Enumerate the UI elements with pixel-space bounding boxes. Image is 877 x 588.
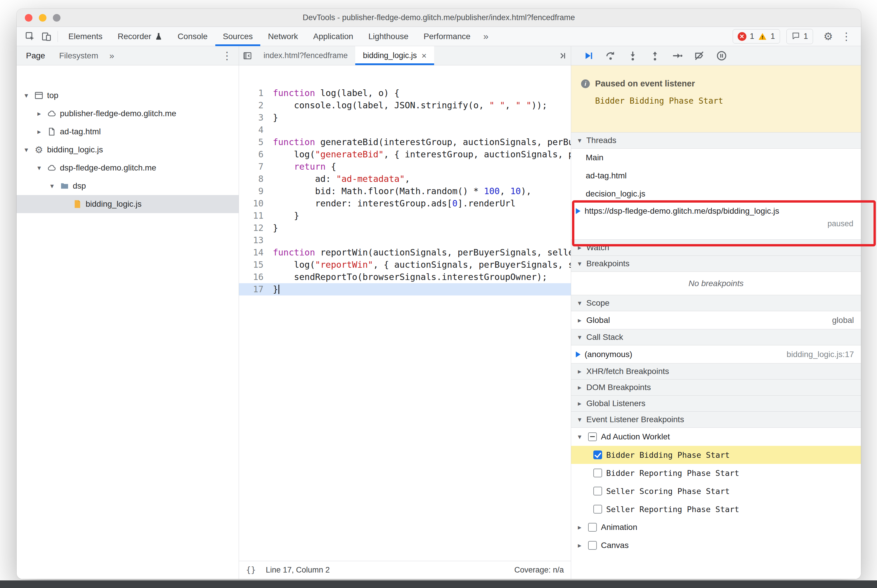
chevron-down-icon[interactable]: ▾: [48, 182, 56, 190]
line-number[interactable]: 13: [239, 234, 273, 246]
chevron-right-icon[interactable]: ▸: [35, 110, 44, 118]
chevron-down-icon[interactable]: ▾: [35, 164, 44, 172]
section-threads[interactable]: ▾ Threads: [571, 132, 861, 148]
code-line[interactable]: 10 render: interestGroup.ads[0].renderUr…: [239, 197, 571, 210]
section-call-stack[interactable]: ▾ Call Stack: [571, 329, 861, 345]
thread-item-current[interactable]: https://dsp-fledge-demo.glitch.me/dsp/bi…: [571, 203, 861, 240]
event-breakpoint-seller-scoring-phase-start[interactable]: Seller Scoring Phase Start: [571, 482, 861, 500]
line-number[interactable]: 6: [239, 148, 273, 160]
tab-application[interactable]: Application: [305, 27, 361, 46]
line-number[interactable]: 14: [239, 246, 273, 259]
checkbox-unchecked[interactable]: [588, 541, 597, 550]
step-button[interactable]: [672, 50, 683, 61]
tree-item-dsp[interactable]: ▾dsp: [17, 177, 239, 195]
chevron-right-icon[interactable]: ▸: [575, 541, 584, 549]
pause-on-exceptions-button[interactable]: [716, 50, 727, 61]
more-panels-button[interactable]: »: [478, 31, 494, 42]
section-scope[interactable]: ▾ Scope: [571, 295, 861, 311]
line-number[interactable]: 2: [239, 99, 273, 111]
code-line[interactable]: 1function log(label, o) {: [239, 87, 571, 99]
line-number[interactable]: 12: [239, 222, 273, 234]
step-over-button[interactable]: [605, 50, 616, 61]
line-number[interactable]: 16: [239, 271, 273, 283]
tree-item-dsp-fledge-demo-glitch-me[interactable]: ▾dsp-fledge-demo.glitch.me: [17, 159, 239, 177]
section-event-listener-breakpoints[interactable]: ▾ Event Listener Breakpoints: [571, 411, 861, 428]
checkbox-unchecked[interactable]: [593, 469, 602, 477]
code-line[interactable]: 7 return {: [239, 160, 571, 173]
section-watch[interactable]: ▸ Watch: [571, 239, 861, 256]
code-line[interactable]: 5function generateBid(interestGroup, auc…: [239, 136, 571, 148]
checkbox-unchecked[interactable]: [593, 505, 602, 513]
event-category-animation[interactable]: ▸Animation: [571, 518, 861, 536]
thread-item-ad-tag-html[interactable]: ad-tag.html: [571, 167, 861, 185]
section-dom-breakpoints[interactable]: ▸ DOM Breakpoints: [571, 379, 861, 396]
tree-item-bidding-logic-js[interactable]: ▾⚙bidding_logic.js: [17, 141, 239, 159]
line-number[interactable]: 9: [239, 185, 273, 197]
navigator-menu-kebab-icon[interactable]: ⋮: [218, 50, 236, 62]
code-line[interactable]: 2 console.log(label, JSON.stringify(o, "…: [239, 99, 571, 111]
line-number[interactable]: 7: [239, 160, 273, 173]
code-line[interactable]: 3}: [239, 111, 571, 124]
tab-elements[interactable]: Elements: [61, 27, 110, 46]
section-breakpoints[interactable]: ▾ Breakpoints: [571, 255, 861, 272]
tab-console[interactable]: Console: [170, 27, 215, 46]
line-number[interactable]: 10: [239, 197, 273, 210]
chevron-right-icon[interactable]: ▸: [35, 128, 44, 136]
tab-page[interactable]: Page: [19, 46, 52, 65]
line-number[interactable]: 5: [239, 136, 273, 148]
chevron-down-icon[interactable]: ▾: [22, 92, 31, 99]
thread-item-main[interactable]: Main: [571, 148, 861, 167]
deactivate-breakpoints-button[interactable]: [694, 50, 705, 61]
code-line[interactable]: 13: [239, 234, 571, 246]
chevron-down-icon[interactable]: ▾: [575, 433, 584, 441]
toggle-navigator-icon[interactable]: [239, 46, 256, 65]
tree-item-bidding-logic-js[interactable]: bidding_logic.js: [17, 195, 239, 213]
tab-recorder[interactable]: Recorder: [110, 27, 170, 46]
close-tab-icon[interactable]: ×: [421, 51, 427, 61]
event-breakpoint-bidder-bidding-phase-start[interactable]: Bidder Bidding Phase Start: [571, 446, 861, 464]
chevron-right-icon[interactable]: ▸: [575, 523, 584, 531]
tab-lighthouse[interactable]: Lighthouse: [361, 27, 416, 46]
checkbox-unchecked[interactable]: [588, 523, 597, 532]
editor-tab-bidding-logic[interactable]: bidding_logic.js ×: [355, 46, 434, 65]
step-out-button[interactable]: [650, 50, 660, 61]
line-number[interactable]: 15: [239, 259, 273, 271]
call-stack-frame[interactable]: (anonymous) bidding_logic.js:17: [571, 345, 861, 363]
code-line[interactable]: 8 ad: "ad-metadata",: [239, 173, 571, 185]
chevron-down-icon[interactable]: ▾: [22, 146, 31, 154]
code-editor[interactable]: 1function log(label, o) {2 console.log(l…: [239, 65, 571, 561]
line-number[interactable]: 11: [239, 210, 273, 222]
section-xhr-breakpoints[interactable]: ▸ XHR/fetch Breakpoints: [571, 363, 861, 380]
inspect-element-button[interactable]: [22, 28, 38, 45]
devtools-menu-kebab-icon[interactable]: ⋮: [837, 30, 856, 43]
line-number[interactable]: 4: [239, 124, 273, 136]
code-line[interactable]: 14function reportWin(auctionSignals, per…: [239, 246, 571, 259]
event-breakpoint-seller-reporting-phase-start[interactable]: Seller Reporting Phase Start: [571, 500, 861, 518]
event-breakpoint-bidder-reporting-phase-start[interactable]: Bidder Reporting Phase Start: [571, 464, 861, 482]
checkbox-checked[interactable]: [593, 450, 602, 459]
next-editor-tab-icon[interactable]: [554, 46, 571, 65]
line-number[interactable]: 17: [239, 283, 273, 296]
line-number[interactable]: 1: [239, 87, 273, 99]
editor-tab-index-html[interactable]: index.html?fencedframe: [256, 46, 355, 65]
tree-item-ad-tag-html[interactable]: ▸ad-tag.html: [17, 123, 239, 141]
code-line[interactable]: 16 sendReportTo(browserSignals.interestG…: [239, 271, 571, 283]
thread-item-decision-logic-js[interactable]: decision_logic.js: [571, 185, 861, 203]
code-line[interactable]: 17}: [239, 283, 571, 296]
section-global-listeners[interactable]: ▸ Global Listeners: [571, 395, 861, 412]
issues-badge[interactable]: 1: [787, 29, 813, 44]
event-category-canvas[interactable]: ▸Canvas: [571, 536, 861, 554]
step-into-button[interactable]: [627, 50, 638, 61]
code-line[interactable]: 11 }: [239, 210, 571, 222]
line-number[interactable]: 8: [239, 173, 273, 185]
code-line[interactable]: 9 bid: Math.floor(Math.random() * 100, 1…: [239, 185, 571, 197]
tab-filesystem[interactable]: Filesystem: [52, 46, 105, 65]
code-line[interactable]: 12}: [239, 222, 571, 234]
device-toolbar-button[interactable]: [38, 28, 55, 45]
scope-global-row[interactable]: ▸ Global global: [571, 311, 861, 329]
code-line[interactable]: 6 log("generateBid", { interestGroup, au…: [239, 148, 571, 160]
more-navigator-tabs-button[interactable]: »: [105, 51, 118, 61]
code-line[interactable]: 4: [239, 124, 571, 136]
settings-gear-icon[interactable]: ⚙: [820, 30, 837, 43]
resume-script-button[interactable]: [583, 50, 594, 61]
